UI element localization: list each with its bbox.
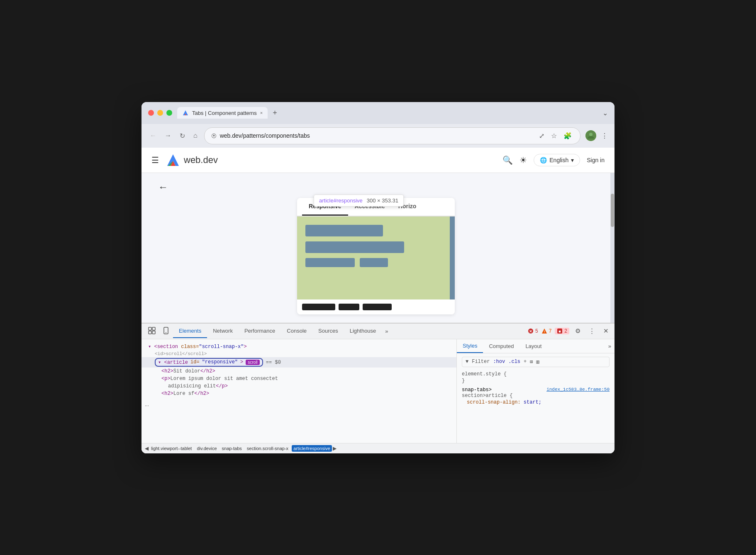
devtools-tab-network[interactable]: Network [207,324,239,338]
filter-plus-icon[interactable]: + [524,359,527,365]
filter-cls-tag[interactable]: .cls [508,359,520,365]
devtools-tab-sources[interactable]: Sources [312,324,344,338]
language-selector[interactable]: 🌐 English ▾ [534,154,580,166]
filter-copy-icon[interactable]: ⊞ [530,359,533,365]
tab-label: Tabs | Component patterns [192,110,257,116]
dom-attr-name: class= [181,344,199,350]
dom-ellipsis-button[interactable]: ... [141,401,456,408]
site-name: web.dev [184,155,218,166]
element-style-block: element.style { } [462,371,610,384]
svg-rect-10 [152,331,155,334]
close-button[interactable] [148,110,154,116]
webdev-logo-icon [166,153,180,168]
breadcrumb-item-active[interactable]: article#responsive [292,445,332,452]
url-bar[interactable]: ⦿ web.dev/patterns/components/tabs ⤢ ☆ 🧩 [204,127,580,144]
breadcrumb-item-2[interactable]: snap-tabs [220,445,244,452]
style-source-file[interactable]: index_1c583…8e.frame:50 [546,387,610,393]
style-source-line: snap-tabs> index_1c583…8e.frame:50 [462,387,610,393]
styles-content: ▼ Filter :hov .cls + ⊞ ▥ element.style { [457,353,615,412]
dom-tree: ▾ <section class="scroll-snap-x"> <id>sc… [141,339,456,401]
error-icon: ✕ [528,328,534,334]
devtools-warning-badge: ! 7 [541,328,552,334]
devtools-more-tabs-button[interactable]: » [382,325,391,338]
element-style-close: } [462,378,610,384]
filter-bar[interactable]: ▼ Filter :hov .cls + ⊞ ▥ [462,357,610,367]
extension-icon[interactable]: 🧩 [562,130,573,141]
url-text: web.dev/patterns/components/tabs [220,132,310,139]
hamburger-menu-button[interactable]: ☰ [151,155,159,165]
site-logo: web.dev [166,153,218,168]
dom-highlighted-element: ▾ <article id="responsive"> scroll [155,358,263,367]
share-icon[interactable]: ⤢ [537,130,546,141]
breadcrumb-left-arrow[interactable]: ◀ [145,445,149,451]
address-actions: ⤢ ☆ 🧩 [537,130,573,141]
styles-tab-computed[interactable]: Computed [483,340,519,353]
devtools-inspect-icon[interactable] [145,324,159,339]
styles-tab-styles[interactable]: Styles [457,339,483,353]
devtools-tabs: Elements Network Performance Console Sou… [173,324,528,338]
back-button[interactable]: ← [148,130,158,141]
profile-avatar[interactable] [585,130,596,141]
section-article-rule: section>article { [462,393,610,399]
svg-text:!: ! [544,330,545,333]
element-tooltip: article#responsive 300 × 353.31 [314,195,404,207]
tab-chevron-icon[interactable]: ⌄ [602,109,608,117]
maximize-button[interactable] [166,110,172,116]
search-button[interactable]: 🔍 [502,155,513,165]
demo-tab-content [297,217,455,299]
tab-close-button[interactable]: × [260,110,263,115]
globe-icon: 🌐 [540,157,547,163]
tooltip-element-text: article#responsive [319,197,363,204]
devtools-error-badge: ✕ 5 [528,328,538,334]
styles-tab-layout[interactable]: Layout [519,340,547,353]
forward-button[interactable]: → [163,130,173,141]
breadcrumb-item-0[interactable]: light.viewport--tablet [149,445,193,452]
devtools-tab-performance[interactable]: Performance [239,324,281,338]
signin-button[interactable]: Sign in [587,157,605,163]
dom-line-article[interactable]: ▾ <article id="responsive"> scroll == $0 [141,357,456,368]
devtools-tab-elements[interactable]: Elements [173,324,207,338]
browser-more-button[interactable]: ⋮ [601,132,608,140]
bookmark-icon[interactable]: ☆ [549,130,558,141]
page-content: ☰ web.dev 🔍 ☀ 🌐 English ▾ Sign in [141,148,615,453]
tab-favicon-icon [182,110,189,116]
reload-button[interactable]: ↻ [178,130,187,141]
home-button[interactable]: ⌂ [192,130,199,141]
new-tab-button[interactable]: + [269,107,280,119]
breadcrumb-item-3[interactable]: section.scroll-snap-x [245,445,290,452]
svg-point-3 [589,133,593,136]
theme-toggle-button[interactable]: ☀ [519,155,527,165]
right-strip [450,217,455,299]
breadcrumb-right-arrow[interactable]: ▶ [333,445,337,451]
dom-line-h2-2: <h2>Lore sf</h2> [141,390,456,397]
svg-rect-7 [149,327,151,330]
filter-hov-tag[interactable]: :hov [493,359,505,365]
dom-line-scroll: <id>scroll</scroll> [141,351,456,357]
minimize-button[interactable] [157,110,163,116]
scrollbar-thumb[interactable] [611,194,614,227]
info-icon: ■ [557,328,563,334]
dom-tree-panel: ▾ <section class="scroll-snap-x"> <id>sc… [141,339,457,443]
content-block-3 [305,258,355,267]
devtools-close-button[interactable]: ✕ [601,325,611,337]
dom-line-h2: <h2>Sit dolor</h2> [141,368,456,375]
filter-panel-icon[interactable]: ▥ [536,359,539,365]
devtools-settings-icon[interactable]: ⚙ [573,325,583,337]
back-navigation-button[interactable]: ← [158,181,168,193]
content-block-1 [305,225,383,236]
devtools-device-icon[interactable] [159,324,173,339]
styles-tabs: Styles Computed Layout » [457,339,615,353]
devtools-toolbar: Elements Network Performance Console Sou… [141,324,615,339]
page-scrollbar[interactable] [610,173,615,323]
styles-panel: Styles Computed Layout » ▼ Filter :hov .… [457,339,615,443]
address-bar: ← → ↻ ⌂ ⦿ web.dev/patterns/components/ta… [141,124,615,148]
devtools-more-actions-icon[interactable]: ⋮ [586,325,597,337]
breadcrumb-item-1[interactable]: div.device [195,445,218,452]
styles-more-tabs-button[interactable]: » [605,340,615,353]
tooltip-size-text: 300 × 353.31 [367,197,398,204]
scroll-snap-align-prop: scroll-snap-align: start; [462,399,610,405]
devtools-tab-lighthouse[interactable]: Lighthouse [344,324,382,338]
active-tab[interactable]: Tabs | Component patterns × [177,107,268,119]
devtools-tab-console[interactable]: Console [281,324,312,338]
snap-tabs-style-block: snap-tabs> index_1c583…8e.frame:50 secti… [462,387,610,405]
